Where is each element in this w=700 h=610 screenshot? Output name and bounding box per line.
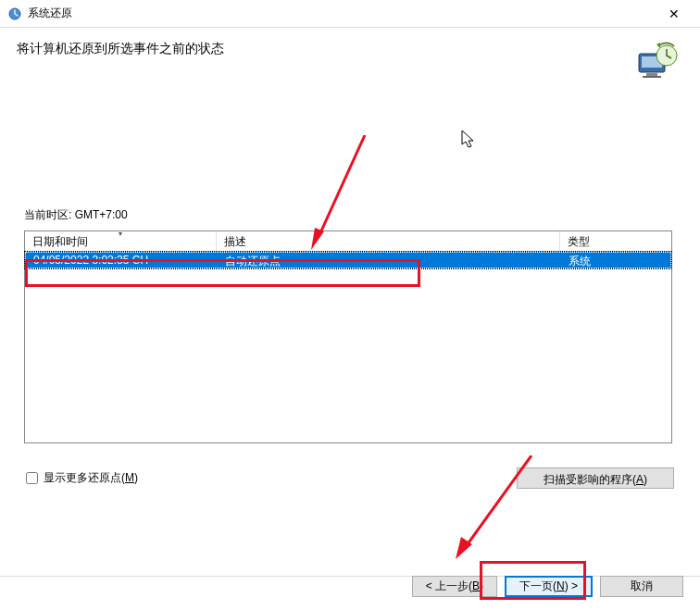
show-more-label: 显示更多还原点(M): [44, 470, 138, 486]
close-button[interactable]: ✕: [656, 6, 693, 21]
column-header-type[interactable]: 类型: [560, 231, 671, 251]
wizard-buttons: < 上一步(B) 下一页(N) > 取消: [412, 576, 683, 597]
window-title: 系统还原: [28, 6, 656, 21]
sort-indicator-icon: ▾: [119, 230, 122, 238]
cancel-button[interactable]: 取消: [600, 576, 683, 597]
content-area: 当前时区: GMT+7:00 日期和时间 ▾ 描述 类型 04/05/2022 …: [0, 207, 700, 489]
table-row[interactable]: 04/05/2022 3:02:35 CH 自动还原点 系统: [25, 252, 671, 268]
next-button[interactable]: 下一页(N) >: [505, 576, 593, 597]
column-header-desc[interactable]: 描述: [217, 231, 560, 251]
cell-type: 系统: [561, 253, 670, 268]
restore-icon: [7, 6, 22, 21]
show-more-checkbox-input[interactable]: [26, 472, 38, 484]
restore-graphic-icon: [633, 41, 680, 87]
show-more-checkbox[interactable]: 显示更多还原点(M): [26, 470, 517, 486]
restore-points-table[interactable]: 日期和时间 ▾ 描述 类型 04/05/2022 3:02:35 CH 自动还原…: [24, 230, 672, 443]
titlebar: 系统还原 ✕: [0, 0, 700, 28]
scan-affected-button[interactable]: 扫描受影响的程序(A): [517, 467, 674, 489]
wizard-header: 将计算机还原到所选事件之前的状态: [0, 28, 700, 87]
cell-date: 04/05/2022 3:02:35 CH: [26, 253, 218, 268]
footer-options: 显示更多还原点(M) 扫描受影响的程序(A): [24, 467, 676, 489]
table-header: 日期和时间 ▾ 描述 类型: [25, 231, 671, 252]
cell-desc: 自动还原点: [218, 253, 561, 268]
svg-marker-10: [456, 537, 472, 559]
page-heading: 将计算机还原到所选事件之前的状态: [17, 41, 633, 57]
timezone-label: 当前时区: GMT+7:00: [24, 207, 676, 223]
cursor-icon: [461, 130, 478, 150]
back-button[interactable]: < 上一步(B): [412, 576, 497, 597]
svg-rect-3: [646, 73, 657, 76]
column-header-date[interactable]: 日期和时间 ▾: [25, 231, 217, 251]
svg-rect-4: [643, 76, 661, 78]
svg-marker-6: [656, 43, 660, 48]
